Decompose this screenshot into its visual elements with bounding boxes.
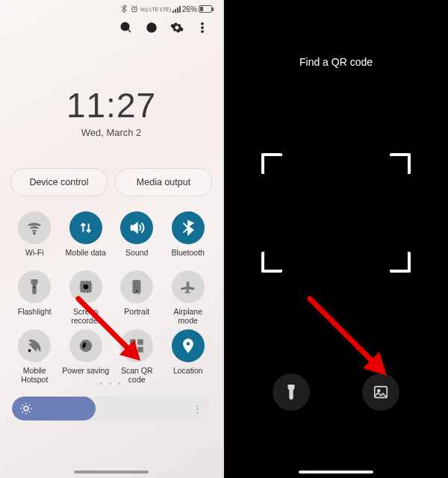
device-control-button[interactable]: Device control	[10, 168, 108, 196]
tile-label: Mobile Hotspot	[10, 366, 59, 384]
qr-icon	[120, 329, 153, 362]
tile-label: Portrait	[124, 307, 149, 325]
tile-flashlight[interactable]: Flashlight	[10, 270, 59, 325]
scanner-prompt: Find a QR code	[224, 56, 448, 68]
svg-marker-28	[363, 352, 387, 376]
battery-icon	[199, 5, 212, 13]
qr-scanner-screen: Find a QR code	[224, 0, 448, 478]
search-icon[interactable]	[119, 21, 133, 37]
tile-label: Wi-Fi	[25, 248, 44, 266]
tile-wifi[interactable]: Wi-Fi	[10, 211, 59, 266]
tile-label: Bluetooth	[172, 248, 205, 266]
portrait-icon	[120, 270, 153, 303]
media-output-button[interactable]: Media output	[115, 168, 212, 196]
flashlight-icon	[18, 270, 51, 303]
alarm-status-icon	[130, 4, 139, 13]
hotspot-icon	[18, 329, 51, 362]
battery-pct: 26%	[182, 5, 197, 13]
tile-scan-qr[interactable]: Scan QR code	[113, 329, 161, 384]
location-icon	[172, 329, 205, 362]
gear-icon[interactable]	[170, 21, 184, 37]
svg-point-24	[290, 392, 292, 394]
airplane-icon	[172, 270, 205, 303]
tile-label: Sound	[125, 248, 148, 266]
tile-label: Screen recorder	[62, 307, 111, 325]
sound-icon	[120, 211, 153, 244]
tile-label: Location	[173, 366, 203, 384]
tile-bluetooth[interactable]: Bluetooth	[164, 211, 213, 266]
brightness-icon	[19, 402, 33, 415]
record-icon	[69, 270, 102, 303]
svg-point-5	[202, 31, 204, 33]
powersave-icon	[69, 329, 102, 362]
signal-icon	[172, 5, 181, 13]
svg-line-27	[310, 299, 377, 366]
svg-point-12	[28, 350, 31, 353]
tile-airplane[interactable]: Airplane mode	[164, 270, 213, 325]
gallery-button[interactable]	[362, 373, 399, 411]
flashlight-button[interactable]	[273, 373, 310, 411]
quick-settings-panel: Vo) LTE LTE) 26% 11:27 Wed, March 2 Devi…	[0, 0, 224, 478]
nav-bar[interactable]	[74, 471, 149, 474]
nav-bar-right[interactable]	[299, 471, 373, 474]
panel-controls	[0, 15, 223, 40]
tile-sound[interactable]: Sound	[113, 211, 161, 266]
scan-frame	[261, 153, 411, 273]
tile-screen-recorder[interactable]: Screen recorder	[62, 270, 111, 325]
svg-point-9	[84, 285, 88, 289]
tile-portrait[interactable]: Portrait	[113, 270, 161, 325]
clock-date: Wed, March 2	[0, 127, 223, 138]
tile-mobile-hotspot[interactable]: Mobile Hotspot	[10, 329, 59, 384]
updown-icon	[69, 211, 102, 244]
tile-label: Flashlight	[18, 307, 52, 325]
bluetooth-icon	[172, 211, 205, 244]
svg-point-11	[136, 291, 137, 292]
svg-point-4	[202, 27, 204, 29]
svg-point-21	[24, 406, 28, 411]
lte-badge-2: LTE)	[160, 7, 171, 12]
bluetooth-status-icon	[119, 4, 128, 13]
svg-point-1	[121, 22, 129, 31]
svg-rect-18	[141, 350, 143, 353]
status-bar-right	[224, 0, 448, 15]
wifi-icon	[18, 211, 51, 244]
more-icon[interactable]	[196, 21, 209, 37]
brightness-slider[interactable]: ⋮	[12, 397, 211, 420]
tile-mobile-data[interactable]: Mobile data	[62, 211, 111, 266]
clock-time: 11:27	[0, 85, 223, 125]
lte-badge-1: Vo) LTE	[140, 7, 159, 12]
tile-location[interactable]: Location	[164, 329, 213, 384]
svg-rect-19	[138, 350, 140, 353]
svg-point-6	[34, 232, 35, 234]
svg-point-7	[34, 287, 35, 288]
status-bar: Vo) LTE LTE) 26%	[0, 0, 223, 15]
svg-rect-20	[141, 347, 143, 350]
flashlight-icon	[283, 384, 299, 400]
tile-power-saving[interactable]: Power saving	[62, 329, 111, 384]
tile-label: Airplane mode	[164, 307, 213, 325]
svg-rect-17	[138, 347, 140, 350]
svg-rect-15	[138, 340, 143, 344]
power-icon[interactable]	[145, 21, 158, 37]
svg-rect-16	[131, 347, 135, 352]
svg-rect-14	[131, 340, 135, 344]
tile-label: Mobile data	[66, 248, 106, 266]
svg-point-3	[202, 22, 204, 25]
brightness-menu-icon[interactable]: ⋮	[193, 403, 202, 415]
svg-point-26	[378, 390, 380, 392]
gallery-icon	[373, 384, 389, 400]
